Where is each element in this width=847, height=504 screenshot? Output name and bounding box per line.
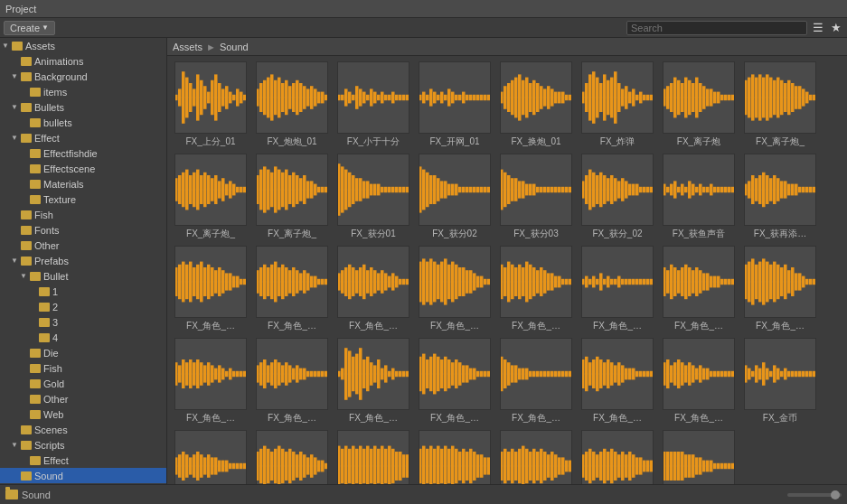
sidebar-item-scripts[interactable]: ▼Scripts [0, 437, 166, 453]
waveform-canvas [744, 246, 816, 318]
sidebar-item-otherp[interactable]: Other [0, 391, 166, 406]
audio-item[interactable]: FX_获鱼声音 [659, 152, 739, 242]
audio-item[interactable]: 转场激花 [659, 428, 739, 484]
arrow-bullet: ▼ [20, 272, 29, 280]
sidebar-item-texture[interactable]: Texture [0, 191, 166, 207]
sidebar-item-web[interactable]: Web [0, 406, 166, 422]
create-button[interactable]: Create ▼ [4, 21, 55, 35]
audio-item[interactable]: FX_离子炮_ [252, 152, 332, 242]
waveform-thumbnail [744, 246, 816, 318]
label-p4: 4 [52, 332, 58, 343]
sidebar-item-items[interactable]: items [0, 84, 166, 99]
waveform-thumbnail [663, 246, 735, 318]
sidebar-item-other[interactable]: Other [0, 238, 166, 253]
sidebar-item-bullets[interactable]: ▼Bullets [0, 99, 166, 115]
waveform-thumbnail [174, 246, 247, 318]
sidebar-item-p2[interactable]: 2 [0, 299, 166, 314]
audio-item[interactable]: 后台按键音… [252, 428, 332, 484]
audio-item[interactable]: FX_开网_01 [415, 60, 494, 150]
audio-item[interactable]: FX_角色_… [740, 244, 820, 334]
sidebar-item-effectsc[interactable]: Effect [0, 453, 166, 468]
waveform-thumbnail [500, 338, 572, 410]
audio-item[interactable]: FX_获分_02 [578, 152, 657, 242]
audio-item[interactable]: FX_换炮_01 [496, 60, 576, 150]
audio-item[interactable]: FX_炮炮_01 [252, 60, 332, 150]
sidebar-item-fonts[interactable]: Fonts [0, 222, 166, 238]
audio-item[interactable]: 背景乐_03 [496, 428, 576, 484]
sidebar-item-start[interactable]: Start [0, 483, 166, 484]
audio-item[interactable]: FX_角色_… [415, 244, 494, 334]
sidebar-item-animations[interactable]: Animations [0, 53, 166, 69]
sidebar-item-bullet[interactable]: ▼Bullet [0, 268, 166, 284]
waveform-thumbnail [500, 430, 572, 484]
sidebar-item-prefabs[interactable]: ▼Prefabs [0, 253, 166, 268]
audio-item[interactable]: FX_角色_… [334, 336, 413, 426]
audio-label: FX_角色_… [742, 320, 818, 332]
waveform-canvas [256, 338, 328, 410]
audio-item[interactable]: FX_角色_… [496, 244, 576, 334]
audio-item[interactable]: FX_角色_… [578, 336, 657, 426]
audio-item[interactable]: FX_获分03 [496, 152, 576, 242]
sidebar-item-bullets2[interactable]: bullets [0, 115, 166, 130]
audio-item[interactable]: FX_角色_… [659, 244, 739, 334]
waveform-thumbnail [581, 430, 654, 484]
audio-item[interactable]: FX_离子炮 [659, 60, 739, 150]
sidebar-item-fishp[interactable]: Fish [0, 360, 166, 376]
audio-item[interactable]: FX_小于十分 [334, 60, 413, 150]
waveform-canvas [663, 246, 735, 318]
audio-item[interactable]: FX_角色_… [415, 336, 494, 426]
search-input[interactable] [626, 21, 807, 35]
audio-item[interactable]: FX_上分_01 [171, 60, 250, 150]
sidebar-item-materials[interactable]: Materials [0, 176, 166, 191]
breadcrumb-current[interactable]: Sound [220, 42, 249, 52]
audio-item[interactable]: FX_获分02 [415, 152, 494, 242]
sidebar-item-assets[interactable]: ▼Assets [0, 38, 166, 53]
zoom-thumb[interactable] [831, 490, 840, 499]
sidebar-item-p4[interactable]: 4 [0, 330, 166, 345]
audio-item[interactable]: FX_角色_… [171, 336, 250, 426]
audio-item[interactable]: FX_角色_… [578, 244, 657, 334]
search-options-button[interactable]: ☰ [811, 21, 825, 34]
audio-item[interactable]: 背景乐_04 [578, 428, 657, 484]
audio-item[interactable]: 背景乐_02 [415, 428, 494, 484]
audio-item[interactable]: FX_角色_… [252, 336, 332, 426]
waveform-canvas [581, 338, 654, 410]
audio-item[interactable]: FX_离子炮_ [171, 152, 250, 242]
waveform-canvas [581, 154, 654, 226]
sidebar-item-p3[interactable]: 3 [0, 314, 166, 330]
sidebar-item-gold[interactable]: Gold [0, 376, 166, 391]
sidebar-item-background[interactable]: ▼Background [0, 69, 166, 84]
star-button[interactable]: ★ [829, 21, 843, 34]
sidebar-item-scenes[interactable]: Scenes [0, 422, 166, 437]
audio-label: FX_角色_… [335, 412, 411, 425]
audio-item[interactable]: FX_角色_… [171, 244, 250, 334]
zoom-slider[interactable] [787, 493, 842, 497]
sidebar-item-p1[interactable]: 1 [0, 284, 166, 299]
sidebar-item-effectscene[interactable]: Effectscene [0, 161, 166, 176]
label-texture: Texture [43, 194, 76, 205]
audio-item[interactable]: FX_角色_… [659, 336, 739, 426]
audio-item[interactable]: FX_角色_… [252, 244, 332, 334]
audio-label: FX_离子炮_ [254, 228, 330, 240]
waveform-canvas [500, 61, 572, 134]
sidebar-item-sound[interactable]: Sound [0, 468, 166, 483]
audio-item[interactable]: FX_获再添… [740, 152, 820, 242]
audio-item[interactable]: FX_炸弹 [578, 60, 657, 150]
folder-icon-sound [21, 471, 32, 481]
label-prefabs: Prefabs [34, 256, 69, 266]
sidebar-item-effectfishdie[interactable]: Effectfishdie [0, 145, 166, 161]
waveform-thumbnail [500, 246, 572, 318]
sidebar-item-fish[interactable]: Fish [0, 207, 166, 222]
audio-item[interactable]: FX_角色_… [334, 244, 413, 334]
breadcrumb-root[interactable]: Assets [173, 42, 202, 52]
sidebar-item-die[interactable]: Die [0, 345, 166, 360]
audio-item[interactable]: 背景乐_01 [334, 428, 413, 484]
audio-item[interactable]: FX_金币 [740, 336, 820, 426]
waveform-canvas [174, 61, 247, 134]
audio-item[interactable]: FX_假币_01 [171, 428, 250, 484]
folder-icon-prefabs [21, 257, 32, 266]
audio-item[interactable]: FX_离子炮_ [740, 60, 820, 150]
audio-item[interactable]: FX_角色_… [496, 336, 576, 426]
sidebar-item-effect[interactable]: ▼Effect [0, 130, 166, 145]
audio-item[interactable]: FX_获分01 [334, 152, 413, 242]
